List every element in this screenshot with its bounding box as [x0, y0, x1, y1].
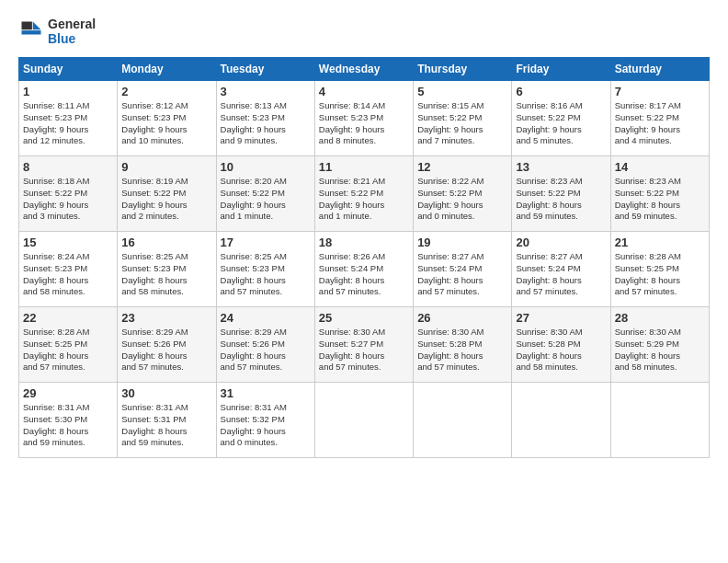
day-info-line: Sunset: 5:30 PM — [23, 414, 113, 426]
day-info-line: Daylight: 8 hours — [121, 275, 211, 287]
day-number: 17 — [221, 236, 311, 249]
day-info-line: Sunset: 5:24 PM — [417, 263, 507, 275]
day-number: 30 — [121, 386, 211, 400]
day-info-line: Sunrise: 8:16 AM — [516, 100, 606, 112]
day-info-line: Sunrise: 8:27 AM — [516, 251, 606, 263]
week-row-5: 29Sunrise: 8:31 AMSunset: 5:30 PMDayligh… — [19, 383, 710, 458]
day-header-monday: Monday — [118, 58, 216, 81]
day-info-line: Daylight: 8 hours — [516, 350, 606, 362]
day-cell: 3Sunrise: 8:13 AMSunset: 5:23 PMDaylight… — [216, 81, 314, 156]
day-info-line: Daylight: 8 hours — [23, 350, 113, 362]
day-number: 31 — [221, 386, 311, 400]
calendar-header-row: SundayMondayTuesdayWednesdayThursdayFrid… — [19, 58, 710, 81]
day-cell — [610, 383, 709, 458]
day-info-line: Sunrise: 8:15 AM — [417, 100, 507, 112]
day-info-line: Daylight: 8 hours — [221, 350, 311, 362]
day-number: 7 — [615, 85, 705, 98]
day-info-line: Sunset: 5:23 PM — [121, 263, 211, 275]
day-info-line: Daylight: 8 hours — [23, 426, 113, 438]
day-info-line: Sunset: 5:23 PM — [319, 112, 409, 124]
day-cell: 30Sunrise: 8:31 AMSunset: 5:31 PMDayligh… — [118, 383, 216, 458]
day-info-line: and 1 minute. — [221, 211, 311, 223]
day-number: 28 — [615, 311, 705, 325]
day-info-line: Sunrise: 8:23 AM — [516, 176, 606, 188]
day-cell: 7Sunrise: 8:17 AMSunset: 5:22 PMDaylight… — [610, 81, 709, 156]
day-info-line: Sunrise: 8:29 AM — [221, 327, 311, 339]
day-info-line: and 7 minutes. — [417, 135, 507, 147]
logo: General Blue — [18, 17, 96, 46]
day-cell: 28Sunrise: 8:30 AMSunset: 5:29 PMDayligh… — [610, 307, 709, 383]
day-number: 13 — [516, 160, 606, 174]
day-info-line: and 57 minutes. — [319, 362, 409, 373]
day-info-line: Daylight: 9 hours — [516, 124, 606, 136]
page-container: General Blue SundayMondayTuesdayWednesda… — [0, 0, 728, 467]
day-info-line: Sunrise: 8:14 AM — [319, 100, 409, 112]
day-info-line: and 0 minutes. — [417, 211, 507, 223]
week-row-4: 22Sunrise: 8:28 AMSunset: 5:25 PMDayligh… — [19, 307, 710, 383]
day-info-line: Sunset: 5:25 PM — [23, 339, 113, 350]
day-info-line: Sunset: 5:23 PM — [221, 263, 311, 275]
day-info-line: Daylight: 8 hours — [319, 350, 409, 362]
day-info-line: Sunrise: 8:23 AM — [615, 176, 705, 188]
day-info-line: Sunrise: 8:20 AM — [221, 176, 311, 188]
day-info-line: Daylight: 8 hours — [319, 275, 409, 287]
day-cell: 21Sunrise: 8:28 AMSunset: 5:25 PMDayligh… — [610, 232, 709, 307]
day-info-line: and 59 minutes. — [516, 211, 606, 223]
day-number: 18 — [319, 236, 409, 249]
day-number: 4 — [319, 85, 409, 98]
day-cell: 25Sunrise: 8:30 AMSunset: 5:27 PMDayligh… — [314, 307, 413, 383]
day-info-line: Sunset: 5:28 PM — [417, 339, 507, 350]
day-info-line: Sunset: 5:22 PM — [23, 188, 113, 200]
day-info-line: Sunrise: 8:30 AM — [615, 327, 705, 339]
day-number: 10 — [221, 160, 311, 174]
day-info-line: and 59 minutes. — [23, 437, 113, 449]
svg-marker-0 — [33, 22, 41, 30]
day-info-line: Daylight: 8 hours — [23, 275, 113, 287]
day-info-line: Daylight: 9 hours — [23, 124, 113, 136]
day-info-line: Daylight: 8 hours — [615, 200, 705, 212]
day-info-line: Sunrise: 8:30 AM — [319, 327, 409, 339]
day-number: 20 — [516, 236, 606, 249]
logo-text: General Blue — [48, 17, 96, 46]
day-info-line: Daylight: 9 hours — [121, 124, 211, 136]
day-number: 8 — [23, 160, 113, 174]
day-cell: 13Sunrise: 8:23 AMSunset: 5:22 PMDayligh… — [512, 156, 610, 232]
calendar-table: SundayMondayTuesdayWednesdayThursdayFrid… — [18, 57, 710, 458]
day-info-line: and 9 minutes. — [221, 135, 311, 147]
day-info-line: Sunset: 5:26 PM — [121, 339, 211, 350]
week-row-1: 1Sunrise: 8:11 AMSunset: 5:23 PMDaylight… — [19, 81, 710, 156]
day-info-line: Sunrise: 8:21 AM — [319, 176, 409, 188]
day-info-line: and 8 minutes. — [319, 135, 409, 147]
day-info-line: Sunset: 5:31 PM — [121, 414, 211, 426]
day-info-line: Sunset: 5:23 PM — [221, 112, 311, 124]
day-number: 14 — [615, 160, 705, 174]
day-info-line: Sunrise: 8:30 AM — [417, 327, 507, 339]
day-cell: 11Sunrise: 8:21 AMSunset: 5:22 PMDayligh… — [314, 156, 413, 232]
day-info-line: Daylight: 8 hours — [417, 275, 507, 287]
day-info-line: Sunset: 5:23 PM — [121, 112, 211, 124]
day-info-line: Daylight: 8 hours — [615, 350, 705, 362]
day-info-line: Daylight: 9 hours — [221, 124, 311, 136]
day-info-line: Daylight: 9 hours — [121, 200, 211, 212]
day-info-line: and 58 minutes. — [516, 362, 606, 373]
day-cell — [512, 383, 610, 458]
week-row-3: 15Sunrise: 8:24 AMSunset: 5:23 PMDayligh… — [19, 232, 710, 307]
day-info-line: Sunset: 5:22 PM — [615, 112, 705, 124]
day-cell: 29Sunrise: 8:31 AMSunset: 5:30 PMDayligh… — [19, 383, 118, 458]
day-info-line: Daylight: 8 hours — [221, 275, 311, 287]
day-info-line: Daylight: 9 hours — [319, 200, 409, 212]
day-cell: 20Sunrise: 8:27 AMSunset: 5:24 PMDayligh… — [512, 232, 610, 307]
day-info-line: Sunset: 5:22 PM — [319, 188, 409, 200]
day-number: 21 — [615, 236, 705, 249]
svg-rect-2 — [22, 30, 41, 34]
day-info-line: Daylight: 9 hours — [23, 200, 113, 212]
day-cell: 15Sunrise: 8:24 AMSunset: 5:23 PMDayligh… — [19, 232, 118, 307]
day-info-line: Sunrise: 8:17 AM — [615, 100, 705, 112]
day-info-line: and 0 minutes. — [221, 437, 311, 449]
day-info-line: Sunrise: 8:25 AM — [121, 251, 211, 263]
svg-rect-1 — [22, 22, 32, 30]
day-info-line: Daylight: 9 hours — [417, 200, 507, 212]
day-cell: 8Sunrise: 8:18 AMSunset: 5:22 PMDaylight… — [19, 156, 118, 232]
day-info-line: Sunset: 5:29 PM — [615, 339, 705, 350]
day-number: 3 — [221, 85, 311, 98]
